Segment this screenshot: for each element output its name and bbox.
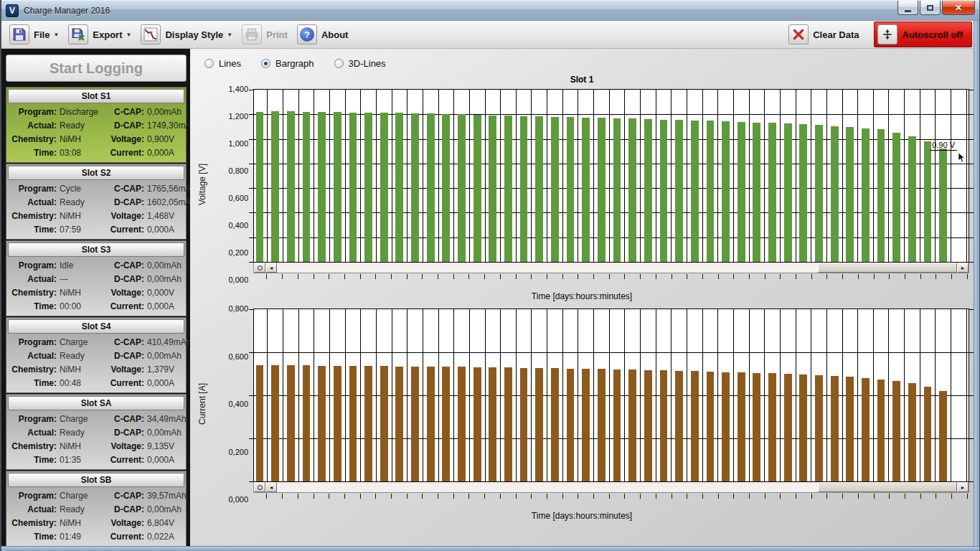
y-axis-label-column: Voltage [V]	[194, 89, 210, 280]
window-frame-bottom	[1, 546, 979, 551]
bar	[287, 111, 295, 262]
slot-header-button[interactable]: Slot SA	[8, 396, 184, 410]
about-button[interactable]: ? About	[295, 23, 356, 46]
x-tick	[624, 494, 625, 499]
scroll-thumb[interactable]	[818, 482, 957, 492]
bar	[784, 123, 792, 262]
slot-label: D-CAP:	[103, 349, 147, 363]
bar	[442, 114, 450, 262]
x-tick	[796, 494, 796, 499]
display-style-button[interactable]: Display Style ▼	[138, 23, 240, 46]
scroll-reset-button[interactable]	[254, 263, 265, 273]
slot-value: 1,468V	[147, 209, 196, 223]
slot-panel: Slot SBProgram:ChargeC-CAP:39,57mAhActua…	[6, 471, 187, 547]
slot-label: Program:	[8, 259, 60, 273]
bar	[753, 373, 760, 481]
slot-value: 03:08	[60, 146, 103, 160]
slot-value: ---	[60, 273, 103, 286]
scroll-left-button[interactable]: ◄	[265, 482, 277, 492]
file-button[interactable]: File ▼	[7, 23, 66, 46]
x-tick	[593, 274, 594, 279]
bar	[256, 112, 264, 262]
clear-data-button[interactable]: Clear Data	[786, 23, 866, 46]
slot-header-button[interactable]: Slot SB	[8, 473, 184, 487]
v-gridline	[796, 309, 796, 481]
x-tick	[329, 274, 329, 279]
v-gridline	[656, 90, 656, 262]
v-gridline	[733, 309, 734, 481]
x-tick	[905, 494, 905, 499]
h-gridline	[254, 352, 969, 353]
v-gridline	[516, 309, 517, 481]
bar	[660, 370, 668, 481]
v-gridline	[485, 309, 486, 481]
x-tick	[749, 274, 750, 279]
slot-value: 07:59	[60, 223, 103, 237]
bar	[799, 375, 807, 481]
chevron-down-icon: ▼	[227, 32, 232, 38]
x-tick	[951, 274, 952, 279]
y-tick-label: 0,600	[228, 352, 248, 361]
plot-area[interactable]	[253, 309, 969, 482]
bar	[815, 375, 823, 481]
autoscroll-button[interactable]: Autoscroll off	[874, 22, 973, 47]
slot-value: 6,804V	[147, 517, 187, 530]
v-gridline	[702, 309, 703, 481]
slot-header-button[interactable]: Slot S2	[8, 166, 184, 180]
slot-header-button[interactable]: Slot S3	[8, 242, 184, 257]
scroll-thumb[interactable]	[818, 263, 957, 273]
slot-panel: Slot S3Program:IdleC-CAP:0,00mAhActual:-…	[6, 240, 187, 316]
scroll-track[interactable]	[277, 482, 957, 492]
v-gridline	[656, 309, 656, 481]
bar	[628, 369, 636, 481]
scroll-left-button[interactable]: ◄	[265, 263, 277, 273]
v-gridline	[329, 90, 330, 262]
view-option-lines[interactable]: Lines	[204, 58, 241, 69]
scroll-right-button[interactable]: ►	[957, 263, 969, 273]
y-tick-label: 0,800	[228, 304, 248, 313]
bar	[535, 116, 543, 262]
slot-label: C-CAP:	[103, 489, 147, 503]
y-tick-mark	[249, 164, 253, 164]
horizontal-scrollbar[interactable]: ◄►	[253, 263, 969, 273]
slot-grid: Program:ChargeC-CAP:39,57mAhActual:Ready…	[6, 489, 186, 544]
horizontal-scrollbar[interactable]: ◄►	[253, 482, 969, 493]
slot-label: Time:	[8, 377, 60, 390]
v-gridline	[345, 90, 346, 262]
v-gridline	[749, 90, 750, 262]
export-button[interactable]: Export ▼	[66, 23, 138, 46]
view-option-bargraph[interactable]: Bargraph	[261, 58, 314, 69]
scroll-track[interactable]	[277, 263, 957, 273]
v-gridline	[920, 90, 920, 262]
scroll-right-button[interactable]: ►	[957, 482, 969, 492]
view-option-3d-lines[interactable]: 3D-Lines	[334, 58, 386, 69]
start-logging-button[interactable]: Start Logging	[6, 55, 187, 82]
x-tick	[874, 274, 875, 279]
slot-label: Voltage:	[103, 209, 147, 223]
scroll-reset-button[interactable]	[254, 482, 265, 492]
plot-area[interactable]: 0,90 V	[253, 89, 969, 263]
slot-label: Chemistry:	[8, 440, 60, 453]
v-gridline	[811, 90, 811, 262]
x-tick	[562, 494, 563, 499]
bar	[427, 367, 435, 481]
slot-header-button[interactable]: Slot S1	[8, 89, 184, 103]
x-tick-marks	[253, 274, 969, 280]
x-tick	[422, 274, 423, 279]
close-button[interactable]: ✕	[942, 1, 975, 15]
minimize-button[interactable]	[897, 1, 918, 15]
v-gridline	[485, 90, 486, 262]
slot-value: NiMH	[60, 363, 103, 377]
slot-header-button[interactable]: Slot S4	[8, 319, 184, 334]
bar	[318, 112, 326, 262]
maximize-button[interactable]	[920, 1, 941, 15]
slot-value: 0,000V	[147, 286, 183, 300]
bar	[831, 376, 839, 481]
v-gridline	[811, 309, 811, 481]
bar	[939, 149, 947, 262]
slot-label: Chemistry:	[8, 209, 60, 223]
slot-value: 0,000A	[147, 377, 191, 390]
x-tick	[733, 494, 734, 499]
slot-label: C-CAP:	[103, 182, 147, 196]
x-tick	[438, 274, 438, 279]
